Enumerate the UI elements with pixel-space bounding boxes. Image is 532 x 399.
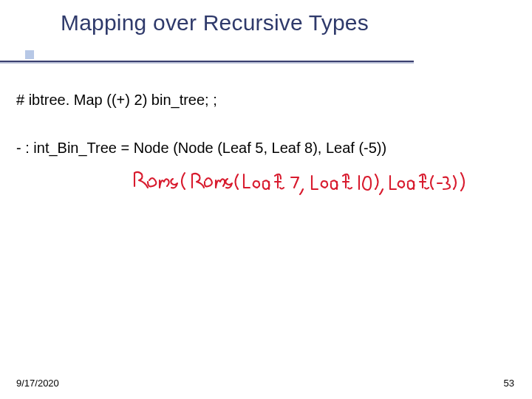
- slide: Mapping over Recursive Types # ibtree. M…: [0, 0, 532, 399]
- code-output-line: - : int_Bin_Tree = Node (Node (Leaf 5, L…: [16, 140, 516, 157]
- title-bullet: [25, 50, 34, 59]
- title-underline-shadow: [0, 62, 414, 64]
- slide-body: # ibtree. Map ((+) 2) bin_tree; ; - : in…: [16, 92, 516, 163]
- footer-page-number: 53: [504, 378, 514, 389]
- handwritten-annotation: [132, 167, 471, 204]
- code-input-line: # ibtree. Map ((+) 2) bin_tree; ;: [16, 92, 516, 109]
- footer-date: 9/17/2020: [16, 378, 59, 389]
- slide-title: Mapping over Recursive Types: [61, 10, 369, 35]
